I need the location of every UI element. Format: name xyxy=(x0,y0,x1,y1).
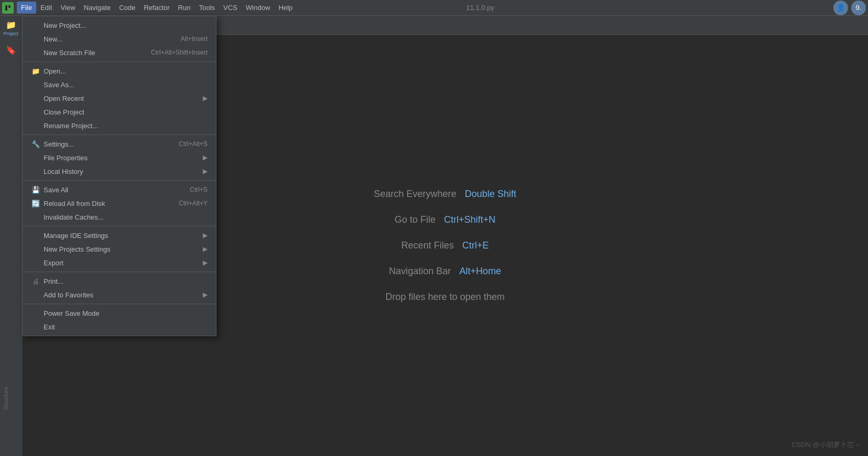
menu-item-save-as[interactable]: Save As... xyxy=(23,78,216,91)
menu-item-power-save[interactable]: Power Save Mode xyxy=(23,306,216,320)
menu-item-rename-project[interactable]: Rename Project... xyxy=(23,119,216,132)
file-dropdown-menu: New Project... New... Alt+Insert New Scr… xyxy=(22,16,216,336)
menu-item-local-history[interactable]: Local History ▶ xyxy=(23,164,216,178)
menubar-right: 👤 9. xyxy=(833,1,866,15)
export-arrow: ▶ xyxy=(203,259,208,266)
menu-item-open-recent[interactable]: Open Recent ▶ xyxy=(23,91,216,105)
settings-icon: 🔧 xyxy=(31,140,40,148)
menu-tools[interactable]: Tools xyxy=(195,2,219,14)
print-icon: 🖨 xyxy=(31,277,40,285)
goto-file-shortcut: Ctrl+Shift+N xyxy=(444,214,495,225)
project-icon: 📁 xyxy=(6,20,16,30)
menu-item-new-projects-settings[interactable]: New Projects Settings ▶ xyxy=(23,242,216,256)
menu-vcs[interactable]: VCS xyxy=(219,2,242,14)
menu-item-print[interactable]: 🖨 Print... xyxy=(23,274,216,288)
separator-4 xyxy=(23,226,216,226)
menu-item-invalidate-caches[interactable]: Invalidate Caches... xyxy=(23,210,216,224)
current-filename: 11.1.0.py xyxy=(466,4,494,12)
search-everywhere-shortcut: Double Shift xyxy=(465,189,516,200)
menu-view[interactable]: View xyxy=(56,2,79,14)
welcome-row-drop: Drop files here to open them xyxy=(385,292,504,303)
search-everywhere-label: Search Everywhere xyxy=(374,189,456,200)
svg-rect-1 xyxy=(5,5,7,11)
local-history-arrow: ▶ xyxy=(203,168,208,175)
save-all-icon: 💾 xyxy=(31,186,40,194)
structure-sidebar-label[interactable]: Structure xyxy=(0,372,12,424)
open-icon: 📁 xyxy=(31,67,40,75)
separator-2 xyxy=(23,134,216,135)
welcome-row-search: Search Everywhere Double Shift xyxy=(374,189,516,200)
welcome-row-navbar: Navigation Bar Alt+Home xyxy=(389,266,501,277)
separator-3 xyxy=(23,180,216,181)
project-label: Project xyxy=(3,31,18,36)
welcome-panel: Search Everywhere Double Shift Go to Fil… xyxy=(374,189,516,303)
menubar: File Edit View Navigate Code Refactor Ru… xyxy=(0,0,868,16)
sidebar-item-project[interactable]: 📁 Project xyxy=(1,18,21,38)
recent-files-label: Recent Files xyxy=(401,240,454,251)
welcome-row-recent: Recent Files Ctrl+E xyxy=(401,240,489,251)
avatar[interactable]: 👤 xyxy=(833,1,848,15)
app-logo xyxy=(2,2,14,14)
watermark: CSDN @小胡萝卜芯 ~ xyxy=(791,440,860,450)
menu-item-open[interactable]: 📁 Open... xyxy=(23,64,216,78)
bookmark-icon: 🔖 xyxy=(6,45,16,55)
menu-item-close-project[interactable]: Close Project xyxy=(23,105,216,119)
add-favorites-arrow: ▶ xyxy=(203,291,208,298)
sidebar-item-bookmark[interactable]: 🔖 xyxy=(1,40,21,60)
notifications-icon[interactable]: 9. xyxy=(851,1,866,15)
menu-window[interactable]: Window xyxy=(242,2,274,14)
menu-refactor[interactable]: Refactor xyxy=(140,2,174,14)
menu-item-settings[interactable]: 🔧 Settings... Ctrl+Alt+S xyxy=(23,137,216,151)
drop-files-label: Drop files here to open them xyxy=(385,292,504,303)
menu-code[interactable]: Code xyxy=(115,2,140,14)
welcome-row-goto: Go to File Ctrl+Shift+N xyxy=(395,214,495,225)
menu-file[interactable]: File xyxy=(17,2,36,14)
navbar-shortcut: Alt+Home xyxy=(459,266,501,277)
avatar-icon: 👤 xyxy=(836,4,845,12)
navbar-label: Navigation Bar xyxy=(389,266,451,277)
menu-item-reload[interactable]: 🔄 Reload All from Disk Ctrl+Alt+Y xyxy=(23,196,216,210)
menu-edit[interactable]: Edit xyxy=(36,2,56,14)
new-projects-settings-arrow: ▶ xyxy=(203,245,208,253)
menu-navigate[interactable]: Navigate xyxy=(79,2,115,14)
recent-files-shortcut: Ctrl+E xyxy=(462,240,489,251)
menu-item-file-properties[interactable]: File Properties ▶ xyxy=(23,151,216,164)
menu-item-new[interactable]: New... Alt+Insert xyxy=(23,32,216,46)
menu-help[interactable]: Help xyxy=(274,2,297,14)
menu-item-new-scratch[interactable]: New Scratch File Ctrl+Alt+Shift+Insert xyxy=(23,46,216,59)
separator-6 xyxy=(23,304,216,304)
open-recent-arrow: ▶ xyxy=(203,95,208,102)
menu-item-export[interactable]: Export ▶ xyxy=(23,256,216,270)
menu-item-save-all[interactable]: 💾 Save All Ctrl+S xyxy=(23,183,216,196)
menu-item-manage-ide[interactable]: Manage IDE Settings ▶ xyxy=(23,229,216,242)
manage-ide-arrow: ▶ xyxy=(203,232,208,239)
menu-item-add-favorites[interactable]: Add to Favorites ▶ xyxy=(23,288,216,302)
structure-label: Structure xyxy=(3,387,9,410)
menu-run[interactable]: Run xyxy=(174,2,195,14)
reload-icon: 🔄 xyxy=(31,200,40,208)
svg-rect-2 xyxy=(8,5,11,8)
menu-item-new-project[interactable]: New Project... xyxy=(23,18,216,32)
separator-1 xyxy=(23,61,216,62)
separator-5 xyxy=(23,272,216,272)
goto-file-label: Go to File xyxy=(395,214,436,225)
menu-item-exit[interactable]: Exit xyxy=(23,320,216,334)
file-properties-arrow: ▶ xyxy=(203,154,208,161)
